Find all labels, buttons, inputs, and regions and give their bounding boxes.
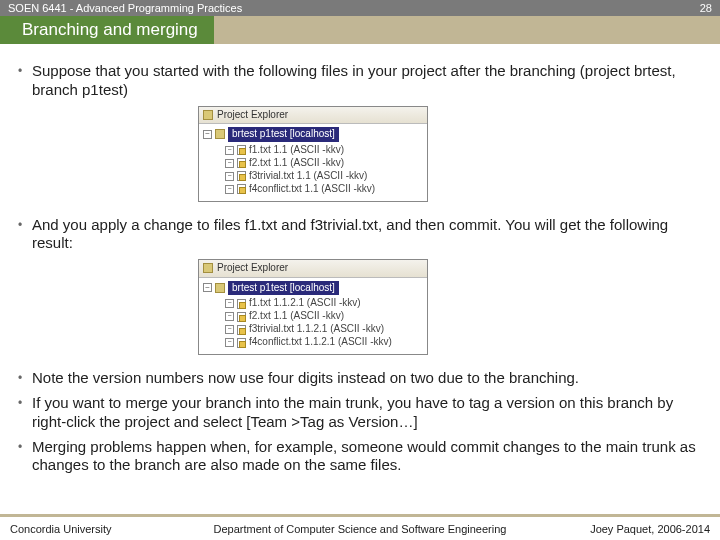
slide-content: • Suppose that you started with the foll…: [0, 44, 720, 475]
menu-path: [Team >Tag as Version…]: [246, 413, 417, 430]
project-label: brtest p1test [localhost]: [228, 127, 339, 142]
file-row: −f3trivial.txt 1.1.2.1 (ASCII -kkv): [225, 323, 423, 336]
bullet-3: • Note the version numbers now use four …: [18, 369, 702, 388]
footer: Concordia University Department of Compu…: [0, 514, 720, 540]
bullet-dot: •: [18, 62, 32, 81]
explorer-header: Project Explorer: [199, 260, 427, 278]
title-bar: Branching and merging: [0, 16, 720, 44]
expand-icon: −: [225, 325, 234, 334]
expand-icon: −: [225, 185, 234, 194]
file-icon: [237, 145, 246, 155]
file-row: −f1.txt 1.1.2.1 (ASCII -kkv): [225, 297, 423, 310]
footer-right: Joey Paquet, 2006-2014: [590, 523, 710, 535]
file-row: −f4conflict.txt 1.1.2.1 (ASCII -kkv): [225, 336, 423, 349]
collapse-icon: −: [203, 283, 212, 292]
explorer-header: Project Explorer: [199, 107, 427, 125]
file-row: −f4conflict.txt 1.1 (ASCII -kkv): [225, 183, 423, 196]
file-icon: [237, 184, 246, 194]
folder-icon: [203, 263, 213, 273]
expand-icon: −: [225, 159, 234, 168]
file-row: −f3trivial.txt 1.1 (ASCII -kkv): [225, 170, 423, 183]
folder-icon: [215, 129, 225, 139]
top-bar: SOEN 6441 - Advanced Programming Practic…: [0, 0, 720, 16]
project-label: brtest p1test [localhost]: [228, 281, 339, 296]
bullet-5: • Merging problems happen when, for exam…: [18, 438, 702, 476]
explorer-body: − brtest p1test [localhost] −f1.txt 1.1.…: [199, 278, 427, 355]
file-label: f3trivial.txt 1.1.2.1 (ASCII -kkv): [249, 323, 384, 336]
file-row: −f2.txt 1.1 (ASCII -kkv): [225, 310, 423, 323]
bullet-1: • Suppose that you started with the foll…: [18, 62, 702, 100]
screenshot-2: Project Explorer − brtest p1test [localh…: [198, 259, 702, 355]
bullet-text: Merging problems happen when, for exampl…: [32, 438, 702, 476]
file-label: f2.txt 1.1 (ASCII -kkv): [249, 310, 344, 323]
tree-root: − brtest p1test [localhost]: [203, 127, 423, 142]
course-code: SOEN 6441 - Advanced Programming Practic…: [8, 2, 242, 14]
expand-icon: −: [225, 312, 234, 321]
expand-icon: −: [225, 172, 234, 181]
footer-mid: Department of Computer Science and Softw…: [214, 523, 507, 535]
folder-icon: [215, 283, 225, 293]
footer-left: Concordia University: [10, 523, 111, 535]
expand-icon: −: [225, 146, 234, 155]
file-label: f4conflict.txt 1.1 (ASCII -kkv): [249, 183, 375, 196]
file-icon: [237, 171, 246, 181]
file-icon: [237, 299, 246, 309]
slide-title: Branching and merging: [0, 16, 214, 44]
explorer-title: Project Explorer: [217, 109, 288, 122]
file-icon: [237, 325, 246, 335]
bullet-text: And you apply a change to files f1.txt a…: [32, 216, 702, 254]
bullet-dot: •: [18, 394, 32, 413]
file-icon: [237, 338, 246, 348]
bullet-dot: •: [18, 369, 32, 388]
file-label: f1.txt 1.1 (ASCII -kkv): [249, 144, 344, 157]
file-list: −f1.txt 1.1 (ASCII -kkv) −f2.txt 1.1 (AS…: [225, 144, 423, 196]
expand-icon: −: [225, 299, 234, 308]
project-explorer-1: Project Explorer − brtest p1test [localh…: [198, 106, 428, 202]
project-explorer-2: Project Explorer − brtest p1test [localh…: [198, 259, 428, 355]
file-row: −f2.txt 1.1 (ASCII -kkv): [225, 157, 423, 170]
explorer-body: − brtest p1test [localhost] −f1.txt 1.1 …: [199, 124, 427, 201]
bullet-dot: •: [18, 438, 32, 457]
expand-icon: −: [225, 338, 234, 347]
bullet-text: Suppose that you started with the follow…: [32, 62, 702, 100]
screenshot-1: Project Explorer − brtest p1test [localh…: [198, 106, 702, 202]
folder-icon: [203, 110, 213, 120]
file-label: f4conflict.txt 1.1.2.1 (ASCII -kkv): [249, 336, 392, 349]
file-icon: [237, 158, 246, 168]
file-row: −f1.txt 1.1 (ASCII -kkv): [225, 144, 423, 157]
bullet-dot: •: [18, 216, 32, 235]
collapse-icon: −: [203, 130, 212, 139]
tree-root: − brtest p1test [localhost]: [203, 281, 423, 296]
bullet-4: • If you want to merge your branch into …: [18, 394, 702, 432]
bullet-text: If you want to merge your branch into th…: [32, 394, 702, 432]
file-icon: [237, 312, 246, 322]
file-list: −f1.txt 1.1.2.1 (ASCII -kkv) −f2.txt 1.1…: [225, 297, 423, 349]
bullet-2: • And you apply a change to files f1.txt…: [18, 216, 702, 254]
bullet-text: Note the version numbers now use four di…: [32, 369, 702, 388]
file-label: f3trivial.txt 1.1 (ASCII -kkv): [249, 170, 367, 183]
file-label: f1.txt 1.1.2.1 (ASCII -kkv): [249, 297, 361, 310]
page-number: 28: [700, 2, 712, 14]
explorer-title: Project Explorer: [217, 262, 288, 275]
file-label: f2.txt 1.1 (ASCII -kkv): [249, 157, 344, 170]
